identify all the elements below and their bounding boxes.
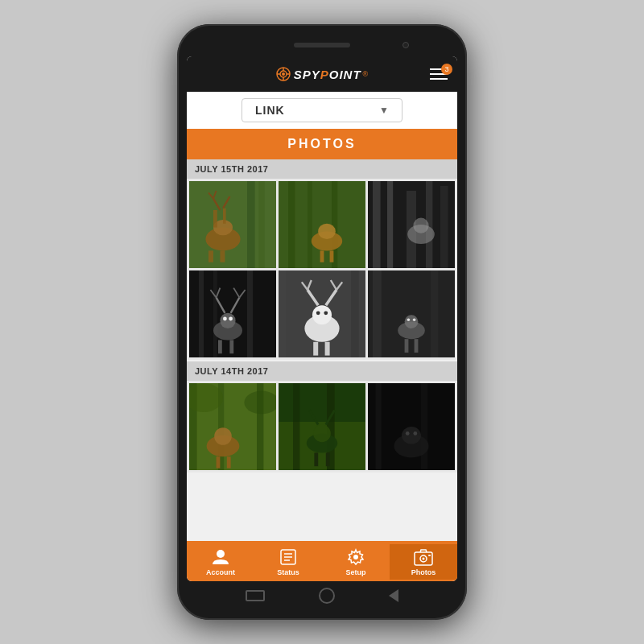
svg-rect-99 (421, 383, 427, 470)
svg-rect-27 (330, 250, 334, 262)
svg-point-73 (407, 318, 411, 321)
svg-rect-17 (220, 250, 225, 262)
svg-rect-30 (387, 181, 393, 268)
svg-rect-22 (308, 181, 312, 268)
photos-icon (414, 547, 433, 567)
bottom-nav: Account Status (187, 541, 457, 581)
phone-camera (402, 42, 409, 48)
svg-point-72 (405, 315, 419, 328)
nav-label-account: Account (206, 568, 235, 576)
status-icon (279, 547, 298, 567)
logo-trademark: ® (363, 70, 369, 78)
svg-point-102 (406, 431, 410, 436)
svg-rect-113 (428, 555, 431, 556)
photo-item[interactable] (189, 270, 276, 357)
svg-rect-39 (247, 270, 253, 357)
svg-point-112 (423, 558, 425, 560)
app-logo: SPYPOINT ® (276, 67, 369, 81)
app-header: SPYPOINT ® 3 (187, 56, 457, 92)
nav-label-photos: Photos (411, 568, 436, 576)
svg-rect-69 (373, 270, 382, 357)
page-title: PHOTOS (287, 137, 356, 151)
svg-rect-10 (213, 210, 217, 228)
svg-rect-51 (229, 340, 233, 353)
photo-item[interactable] (189, 383, 276, 470)
svg-rect-66 (279, 270, 287, 357)
date-header-1: JULY 14TH 2017 (187, 361, 457, 381)
svg-point-109 (353, 555, 358, 559)
menu-badge: 3 (441, 64, 452, 75)
nav-item-photos[interactable]: Photos (390, 544, 457, 580)
svg-rect-16 (208, 250, 213, 262)
svg-rect-33 (440, 186, 448, 268)
svg-point-104 (217, 550, 225, 558)
svg-rect-29 (373, 181, 381, 268)
phone-nav-back (389, 589, 398, 602)
camera-selector-bar: LINK ▼ (187, 92, 457, 129)
nav-item-status[interactable]: Status (254, 544, 322, 580)
date-section-1: JULY 14TH 2017 (187, 361, 457, 473)
svg-rect-93 (314, 452, 318, 466)
svg-point-101 (402, 427, 421, 444)
svg-point-55 (312, 305, 332, 324)
svg-rect-38 (213, 270, 217, 357)
phone-bottom-bar (187, 581, 457, 610)
svg-point-35 (413, 218, 428, 233)
logo-icon (276, 67, 291, 81)
camera-selected-value: LINK (255, 104, 285, 117)
photo-grid-1 (187, 381, 457, 473)
svg-point-74 (413, 318, 416, 321)
svg-point-49 (229, 317, 233, 321)
svg-point-63 (324, 311, 328, 315)
nav-label-setup: Setup (345, 568, 365, 576)
svg-point-41 (220, 313, 235, 328)
svg-rect-89 (293, 383, 299, 470)
svg-rect-50 (218, 340, 222, 353)
account-icon (211, 547, 230, 567)
phone-speaker (294, 43, 350, 47)
phone-top-bar (187, 34, 457, 56)
setup-icon (346, 547, 365, 567)
nav-item-account[interactable]: Account (187, 544, 254, 580)
nav-item-setup[interactable]: Setup (322, 544, 390, 580)
logo-text: SPYPOINT (294, 68, 361, 81)
nav-label-status: Status (277, 568, 299, 576)
svg-rect-67 (351, 270, 359, 357)
phone-nav-home (319, 588, 335, 604)
svg-rect-11 (223, 208, 226, 224)
svg-rect-83 (217, 456, 221, 468)
date-section-0: JULY 15TH 2017 (187, 159, 457, 360)
svg-rect-37 (199, 270, 204, 357)
svg-rect-64 (313, 342, 318, 356)
svg-point-2 (282, 72, 285, 76)
photo-item[interactable] (279, 383, 365, 470)
photo-item[interactable] (279, 270, 365, 357)
svg-rect-70 (431, 270, 439, 357)
photo-item[interactable] (189, 181, 276, 268)
photo-item[interactable] (368, 181, 455, 268)
content-area[interactable]: JULY 15TH 2017 (187, 159, 457, 541)
camera-dropdown[interactable]: LINK ▼ (242, 98, 402, 122)
svg-rect-21 (288, 181, 295, 268)
svg-point-82 (214, 427, 232, 445)
svg-rect-19 (258, 181, 264, 268)
svg-rect-98 (376, 383, 382, 470)
page-title-bar: PHOTOS (187, 129, 457, 159)
svg-rect-76 (415, 339, 419, 353)
photo-item[interactable] (368, 270, 455, 357)
svg-point-25 (318, 224, 336, 239)
svg-point-92 (313, 425, 331, 443)
svg-rect-26 (320, 250, 324, 262)
photo-grid-0 (187, 179, 457, 360)
svg-point-62 (316, 311, 320, 315)
photo-item[interactable] (368, 383, 455, 470)
menu-button[interactable]: 3 (430, 68, 448, 80)
svg-rect-75 (405, 339, 409, 353)
phone-screen: SPYPOINT ® 3 LINK ▼ PHOTOS J (187, 56, 457, 581)
photo-item[interactable] (279, 181, 365, 268)
svg-rect-84 (227, 456, 231, 468)
phone-frame: SPYPOINT ® 3 LINK ▼ PHOTOS J (177, 24, 467, 620)
svg-rect-94 (326, 452, 330, 466)
date-header-0: JULY 15TH 2017 (187, 159, 457, 179)
phone-nav-recent (246, 590, 265, 601)
